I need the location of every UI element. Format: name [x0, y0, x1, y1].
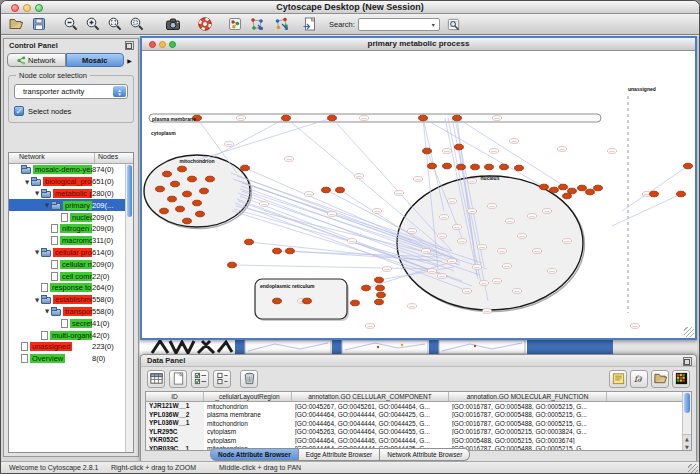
node[interactable] — [328, 115, 337, 121]
small-node[interactable] — [394, 191, 403, 196]
zoom-region-button[interactable] — [127, 15, 146, 34]
small-node[interactable] — [467, 179, 476, 184]
small-node[interactable] — [547, 269, 556, 274]
tree-row[interactable]: response to stimulu264(0) — [9, 282, 125, 294]
small-node[interactable] — [462, 289, 471, 294]
node[interactable] — [677, 191, 686, 197]
expand-triangle-icon[interactable]: ▼ — [23, 179, 31, 185]
small-node[interactable] — [439, 215, 448, 220]
node[interactable] — [377, 292, 386, 298]
node[interactable] — [428, 163, 437, 169]
small-node[interactable] — [224, 142, 233, 147]
small-node[interactable] — [457, 239, 466, 244]
small-node[interactable] — [532, 249, 541, 254]
node[interactable] — [594, 185, 603, 191]
node[interactable] — [273, 248, 282, 254]
view-minimize-button[interactable] — [159, 41, 166, 48]
tree-row[interactable]: mosaic-demo-yeast874(0) — [9, 164, 125, 176]
import-attributes-button[interactable] — [651, 370, 669, 388]
small-node[interactable] — [492, 116, 501, 121]
view-resize-grip[interactable] — [684, 327, 694, 337]
table-scrollbar-arrows[interactable]: ▲▼ — [683, 434, 691, 450]
annotation-note-button[interactable] — [609, 370, 627, 388]
node[interactable] — [303, 298, 312, 304]
node[interactable] — [156, 186, 165, 192]
tree-row[interactable]: ▼biological_process651(0) — [9, 176, 125, 188]
node[interactable] — [273, 298, 282, 304]
node[interactable] — [586, 189, 595, 195]
expand-triangle-icon[interactable]: ▼ — [33, 297, 41, 303]
node[interactable] — [423, 148, 432, 154]
tree-row[interactable]: cellular metabo209(0) — [9, 258, 125, 270]
node[interactable] — [183, 191, 192, 197]
small-node[interactable] — [437, 234, 446, 239]
node[interactable] — [241, 165, 250, 171]
zoom-out-button[interactable] — [61, 15, 80, 34]
tree-row[interactable]: multi-organism pro42(0) — [9, 329, 125, 341]
node[interactable] — [455, 144, 464, 150]
node[interactable] — [176, 206, 185, 212]
table-row[interactable]: YKR052Ccytoplasm[GO:0044464, GO:0044446,… — [146, 436, 691, 445]
node[interactable] — [193, 200, 202, 206]
tab-mosaic[interactable]: Mosaic — [66, 53, 125, 67]
expand-triangle-icon[interactable]: ▼ — [43, 308, 51, 314]
small-node[interactable] — [502, 264, 511, 269]
node[interactable] — [540, 184, 549, 190]
view-zoom-button[interactable] — [169, 41, 176, 48]
snapshot-camera-button[interactable] — [163, 15, 182, 34]
save-button[interactable] — [29, 15, 48, 34]
small-node[interactable] — [236, 116, 245, 121]
zoom-button[interactable] — [35, 4, 43, 12]
small-node[interactable] — [382, 267, 391, 272]
select-nodes-checkbox[interactable]: ✓ — [14, 106, 24, 116]
small-node[interactable] — [487, 204, 496, 209]
network-canvas[interactable]: plasma membranecytoplasmmitochondrionnuc… — [142, 51, 695, 338]
small-node[interactable] — [354, 174, 363, 179]
small-node[interactable] — [427, 269, 436, 274]
small-node[interactable] — [542, 209, 551, 214]
column-header[interactable]: ID — [146, 392, 204, 401]
tree-row[interactable]: unassigned223(0) — [9, 341, 125, 353]
vizmapper-button[interactable] — [225, 15, 244, 34]
small-node[interactable] — [607, 149, 616, 154]
help-lifesaver-button[interactable] — [195, 15, 214, 34]
node-color-dropdown[interactable]: transporter activity ▴▾ — [14, 84, 128, 99]
small-node[interactable] — [447, 199, 456, 204]
delete-attribute-button[interactable] — [240, 370, 258, 388]
node[interactable] — [188, 176, 197, 182]
tree-row[interactable]: ▼primary metabo209(... — [9, 199, 125, 211]
node[interactable] — [559, 184, 568, 190]
window-resize-grip[interactable] — [688, 464, 698, 474]
node[interactable] — [168, 196, 177, 202]
node[interactable] — [206, 176, 215, 182]
node[interactable] — [650, 191, 659, 197]
small-node[interactable] — [562, 239, 571, 244]
table-row[interactable]: YPL036W__1mitochondrion[GO:0044464, GO:0… — [146, 419, 691, 428]
node[interactable] — [563, 193, 572, 199]
node[interactable] — [684, 163, 693, 169]
small-node[interactable] — [512, 289, 521, 294]
minimize-button[interactable] — [23, 4, 31, 12]
search-dropdown-icon[interactable]: ▾ — [428, 19, 439, 30]
data-panel-float-icon[interactable] — [683, 357, 692, 366]
small-node[interactable] — [472, 265, 481, 270]
tree-row[interactable]: cell communicat22(0) — [9, 270, 125, 282]
node[interactable] — [336, 187, 345, 193]
node[interactable] — [578, 185, 587, 191]
table-row[interactable]: YJR121W__1mitochondrion[GO:0045267, GO:0… — [146, 402, 691, 411]
column-header[interactable]: annotation.GO MOLECULAR_FUNCTION — [449, 392, 607, 401]
color-matrix-button[interactable] — [672, 370, 690, 388]
node[interactable] — [286, 248, 295, 254]
open-folder-button[interactable] — [6, 15, 25, 34]
small-node[interactable] — [557, 147, 566, 152]
node[interactable] — [322, 187, 331, 193]
table-row[interactable]: YPL036W__2plasma membrane[GO:0044464, GO… — [146, 411, 691, 420]
node[interactable] — [419, 115, 428, 121]
node[interactable] — [568, 188, 577, 194]
tree-scrollbar[interactable] — [125, 164, 133, 452]
table-scrollbar[interactable]: ▲▼ — [682, 392, 691, 450]
node[interactable] — [200, 188, 209, 194]
node[interactable] — [375, 299, 384, 305]
search-input[interactable] — [359, 19, 439, 30]
node[interactable] — [196, 211, 205, 217]
